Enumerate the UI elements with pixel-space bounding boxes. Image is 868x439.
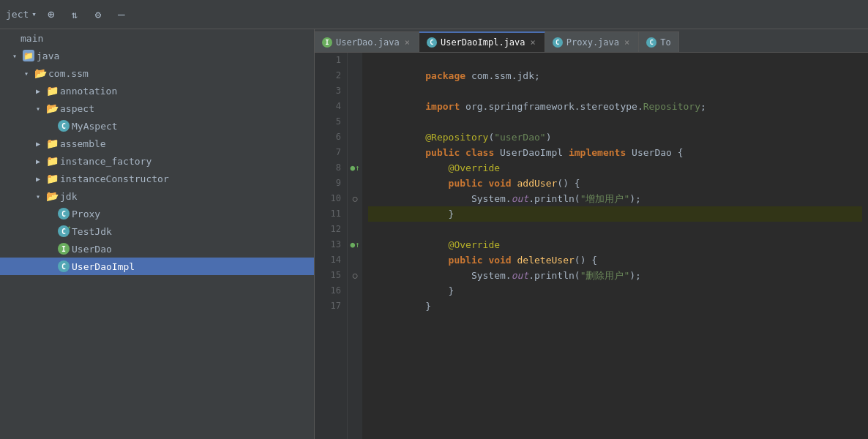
sidebar-item-label: TestJdk [72, 226, 112, 237]
dropdown-arrow-icon: ▾ [31, 10, 37, 19]
sidebar-item-instance-constructor[interactable]: ▶ 📁 instanceConstructor [0, 170, 314, 187]
line-num-2: 2 [315, 68, 341, 83]
sidebar-item-myaspect[interactable]: C MyAspect [0, 117, 314, 135]
sidebar-item-label: MyAspect [72, 121, 118, 132]
arrow-icon [44, 208, 56, 220]
code-lines[interactable]: package com.ssm.jdk; import org.springfr… [362, 53, 868, 439]
class-icon: C [58, 208, 70, 220]
sort-button[interactable]: ⇅ [66, 6, 83, 23]
arrow-icon: ▶ [32, 173, 44, 184]
gutter-11 [348, 206, 362, 222]
sidebar-item-java[interactable]: ▾ 📁 java [0, 47, 314, 64]
sidebar-item-label: com.ssm [48, 68, 89, 79]
arrow-icon: ▾ [32, 190, 44, 202]
line-num-13: 13 [315, 237, 341, 252]
gutter-4 [348, 99, 362, 114]
line-num-8: 8 [315, 160, 341, 176]
settings-button[interactable]: ⚙ [89, 6, 107, 23]
gutter-9 [348, 176, 362, 191]
sidebar-item-label: assemble [60, 138, 106, 149]
arrow-icon: ▾ [9, 50, 20, 61]
sidebar-item-userdao[interactable]: I UserDao [0, 240, 314, 258]
folder-icon: 📁 [46, 155, 58, 167]
gutter-5 [348, 114, 362, 130]
line-num-6: 6 [315, 130, 341, 145]
arrow-icon [44, 225, 56, 237]
class-icon: C [58, 260, 70, 272]
tab-close-button[interactable]: × [529, 37, 537, 48]
line-num-17: 17 [315, 299, 341, 314]
code-line-17 [368, 299, 862, 314]
tab-label: To [660, 37, 670, 48]
sidebar-item-label: main [20, 33, 43, 44]
arrow-icon [44, 243, 56, 255]
crosshair-button[interactable]: ⊕ [42, 6, 60, 23]
line-num-4: 4 [315, 99, 341, 114]
sidebar-item-label: UserDaoImpl [72, 261, 135, 272]
sidebar-item-assemble[interactable]: ▶ 📁 assemble [0, 135, 314, 152]
line-num-1: 1 [315, 53, 341, 68]
gutter-8[interactable]: ●↑ [348, 160, 362, 176]
sidebar-item-userdaoimpl[interactable]: C UserDaoImpl [0, 258, 314, 275]
tab-icon: I [322, 37, 332, 48]
gutter-15[interactable]: ○ [348, 268, 362, 283]
line-num-7: 7 [315, 145, 341, 160]
tab-close-button[interactable]: × [403, 37, 411, 48]
folder-icon: 📁 [23, 50, 34, 61]
code-line-1: package com.ssm.jdk; [368, 53, 862, 68]
project-dropdown[interactable]: ject ▾ [6, 9, 37, 20]
line-num-9: 9 [315, 176, 341, 191]
gutter-17 [348, 299, 362, 314]
sidebar-item-label: aspect [60, 103, 94, 114]
sidebar: main ▾ 📁 java ▾ 📂 com.ssm ▶ 📁 annotation… [0, 29, 315, 439]
tab-to[interactable]: C To [639, 31, 678, 52]
tab-close-button[interactable]: × [623, 37, 631, 48]
gutter-3 [348, 83, 362, 99]
code-editor[interactable]: 1 2 3 4 5 6 7 8 9 10 11 12 13 14 15 16 1… [315, 53, 868, 439]
gutter-1 [348, 53, 362, 68]
sidebar-item-instance-factory[interactable]: ▶ 📁 instance_factory [0, 152, 314, 170]
tab-proxy[interactable]: C Proxy.java × [545, 31, 639, 52]
minimize-button[interactable]: — [113, 6, 130, 23]
gutter-6 [348, 130, 362, 145]
sidebar-item-main[interactable]: main [0, 29, 314, 47]
tab-label: UserDao.java [336, 37, 400, 48]
code-line-3: import org.springframework.stereotype.Re… [368, 83, 862, 99]
gutter-12 [348, 222, 362, 237]
arrow-icon [44, 260, 56, 272]
line-num-10: 10 [315, 191, 341, 206]
tab-icon: C [553, 37, 563, 48]
sidebar-item-jdk[interactable]: ▾ 📂 jdk [0, 187, 314, 205]
sidebar-item-testjdk[interactable]: C ✦ TestJdk [0, 222, 314, 240]
class-icon: C ✦ [58, 225, 70, 237]
arrow-icon: ▶ [32, 85, 44, 97]
sidebar-item-proxy[interactable]: C Proxy [0, 205, 314, 222]
gutter-13[interactable]: ●↑ [348, 237, 362, 252]
sidebar-item-label: java [37, 50, 59, 61]
folder-icon: 📁 [46, 138, 58, 149]
line-num-14: 14 [315, 252, 341, 268]
interface-icon: I [58, 243, 70, 255]
arrow-icon: ▾ [32, 102, 44, 114]
tab-userdao[interactable]: I UserDao.java × [315, 31, 419, 52]
gutter-10[interactable]: ○ [348, 191, 362, 206]
tab-userdaoimpl[interactable]: C UserDaoImpl.java × [419, 31, 545, 52]
tabs-bar: I UserDao.java × C UserDaoImpl.java × C … [315, 29, 868, 53]
folder-icon: 📂 [46, 102, 58, 114]
line-num-16: 16 [315, 283, 341, 299]
line-num-12: 12 [315, 222, 341, 237]
tab-label: Proxy.java [566, 37, 619, 48]
sidebar-item-com-ssm[interactable]: ▾ 📂 com.ssm [0, 64, 314, 82]
sidebar-item-aspect[interactable]: ▾ 📂 aspect [0, 100, 314, 117]
line-num-15: 15 [315, 268, 341, 283]
line-numbers: 1 2 3 4 5 6 7 8 9 10 11 12 13 14 15 16 1… [315, 53, 348, 439]
gutter-16 [348, 283, 362, 299]
code-line-12: @Override [368, 222, 862, 237]
arrow-icon: ▾ [20, 67, 32, 79]
folder-icon: 📁 [46, 85, 58, 97]
sidebar-item-annotation[interactable]: ▶ 📁 annotation [0, 82, 314, 100]
project-label: ject [6, 9, 29, 20]
main-area: main ▾ 📁 java ▾ 📂 com.ssm ▶ 📁 annotation… [0, 29, 868, 439]
code-line-5: @Repository("userDao") [368, 114, 862, 130]
toolbar-left: ject ▾ ⊕ ⇅ ⚙ — [6, 6, 321, 23]
